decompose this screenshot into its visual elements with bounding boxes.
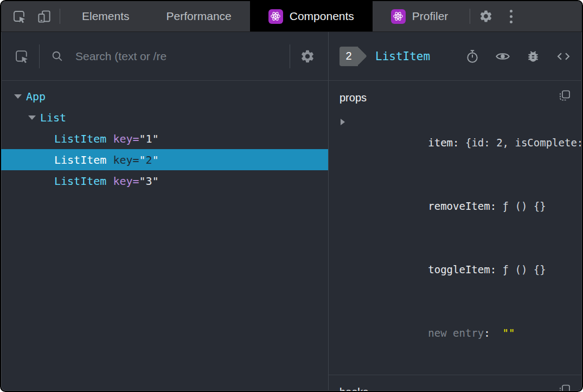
component-name: ListItem xyxy=(54,175,106,188)
component-name: ListItem xyxy=(54,132,106,145)
tab-label: Components xyxy=(290,10,354,23)
tree-row-list[interactable]: List xyxy=(1,107,328,128)
props-section: props item: {id: 2, isComplete: t… remov… xyxy=(329,81,582,375)
key-badge: 2 xyxy=(339,47,358,66)
devtools-settings-icon[interactable] xyxy=(473,1,498,31)
expand-arrow-icon[interactable] xyxy=(341,119,345,125)
inspector-panel: 2 ListItem xyxy=(329,32,582,391)
tree-row-app[interactable]: App xyxy=(1,86,328,107)
devtools-tab-bar: Elements Performance Components xyxy=(1,1,582,32)
device-toolbar-icon[interactable] xyxy=(31,1,56,31)
prop-name: toggleItem xyxy=(428,264,490,275)
tab-profiler[interactable]: Profiler xyxy=(373,1,467,31)
tree-row-listitem-2-selected[interactable]: ListItem key="2" xyxy=(1,149,328,170)
inspector-header: 2 ListItem xyxy=(329,32,582,81)
prop-value: ƒ () {} xyxy=(503,200,546,212)
inspect-dom-eye-icon[interactable] xyxy=(495,49,510,64)
component-name: App xyxy=(26,90,46,103)
tree-row-listitem-1[interactable]: ListItem key="1" xyxy=(1,128,328,149)
topbar-separator xyxy=(470,9,470,24)
prop-value: ƒ () {} xyxy=(503,264,546,275)
view-settings-icon[interactable] xyxy=(298,49,317,64)
hooks-section: hooks Callback(handleDelete): ƒ () {} Ca… xyxy=(329,375,582,392)
toolbar-separator xyxy=(39,44,40,68)
key-value: "3" xyxy=(139,175,159,188)
inspector-actions xyxy=(465,49,571,64)
key-attribute: key= xyxy=(113,175,139,188)
components-panel: App List ListItem key="1" ListItem key="… xyxy=(1,32,582,391)
expand-arrow-icon[interactable] xyxy=(28,115,36,120)
expand-arrow-icon[interactable] xyxy=(14,94,22,99)
search-input[interactable] xyxy=(75,50,282,63)
tab-components[interactable]: Components xyxy=(250,1,373,31)
new-entry-name: new entry xyxy=(428,327,484,339)
tab-performance[interactable]: Performance xyxy=(148,1,250,31)
copy-hooks-icon[interactable] xyxy=(558,384,571,392)
props-section-title: props xyxy=(339,89,571,106)
prop-name: removeItem xyxy=(428,200,490,212)
component-tree: App List ListItem key="1" ListItem key="… xyxy=(1,81,328,191)
key-attribute: key= xyxy=(113,153,139,166)
key-attribute: key= xyxy=(113,132,139,145)
topbar-separator xyxy=(60,9,60,24)
prop-name: item xyxy=(428,137,453,149)
react-logo-icon xyxy=(391,9,406,24)
quote: " xyxy=(152,153,159,166)
key-value: 2 xyxy=(146,153,152,166)
react-logo-icon xyxy=(268,9,283,24)
component-name: ListItem xyxy=(54,153,106,166)
log-to-console-bug-icon[interactable] xyxy=(526,49,540,63)
key-value: "1" xyxy=(139,132,159,145)
tab-label: Elements xyxy=(82,10,130,23)
tree-row-listitem-3[interactable]: ListItem key="3" xyxy=(1,170,328,191)
more-options-icon[interactable] xyxy=(498,1,523,31)
prop-row-item[interactable]: item: {id: 2, isComplete: t… xyxy=(339,111,571,175)
prop-row-new-entry[interactable]: new entry: "" xyxy=(339,301,571,365)
view-source-icon[interactable] xyxy=(556,49,571,64)
quote: " xyxy=(139,153,146,166)
suspense-timer-icon[interactable] xyxy=(465,49,479,63)
select-element-icon[interactable] xyxy=(12,49,31,64)
toolbar-separator xyxy=(290,44,290,68)
tree-panel: App List ListItem key="1" ListItem key="… xyxy=(1,32,329,391)
search-bar xyxy=(47,49,282,63)
hooks-section-title: hooks xyxy=(339,384,571,392)
props-rows: item: {id: 2, isComplete: t… removeItem:… xyxy=(339,111,571,365)
prop-row-removeitem[interactable]: removeItem: ƒ () {} xyxy=(339,175,571,238)
devtools-window: Elements Performance Components xyxy=(0,0,583,392)
tree-toolbar xyxy=(1,32,328,81)
component-name: List xyxy=(40,111,66,124)
search-icon xyxy=(47,49,67,63)
tab-label: Profiler xyxy=(412,10,449,23)
tab-elements[interactable]: Elements xyxy=(63,1,148,31)
inspect-element-icon[interactable] xyxy=(7,1,31,31)
prop-row-toggleitem[interactable]: toggleItem: ƒ () {} xyxy=(339,238,571,301)
new-entry-value: "" xyxy=(503,327,515,339)
copy-props-icon[interactable] xyxy=(558,89,571,102)
selected-component-title: ListItem xyxy=(375,50,430,63)
tab-label: Performance xyxy=(166,10,232,23)
prop-value: {id: 2, isComplete: t… xyxy=(465,137,583,149)
